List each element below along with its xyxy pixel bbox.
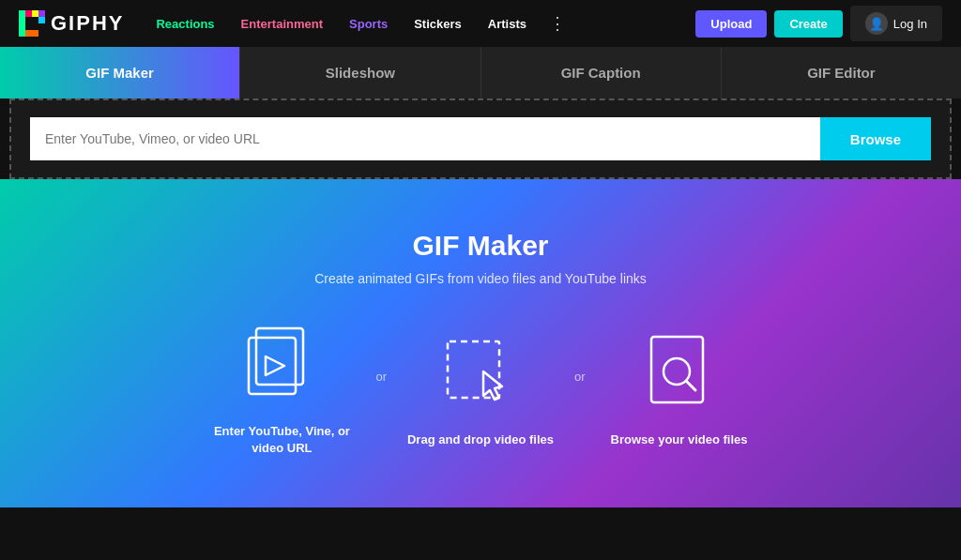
url-input-wrap	[30, 117, 820, 160]
user-icon: 👤	[865, 12, 888, 35]
logo[interactable]: GIPHY	[19, 10, 124, 37]
tab-gif-caption[interactable]: GIF Caption	[481, 47, 722, 98]
tab-gif-maker[interactable]: GIF Maker	[0, 47, 240, 98]
feature-drag-label: Drag and drop video files	[407, 431, 554, 448]
svg-rect-3	[38, 10, 45, 17]
svg-rect-1	[25, 10, 32, 17]
nav-item-entertainment[interactable]: Entertainment	[228, 17, 336, 31]
drag-icon	[438, 332, 523, 416]
url-input[interactable]	[30, 117, 820, 160]
tab-gif-editor[interactable]: GIF Editor	[722, 47, 961, 98]
svg-rect-9	[448, 341, 499, 398]
main-title: GIF Maker	[412, 230, 548, 262]
or-label-2: or	[574, 370, 586, 412]
main-content: GIF Maker Create animated GIFs from vide…	[0, 179, 961, 507]
upload-button[interactable]: Upload	[695, 10, 767, 38]
logo-text: GIPHY	[51, 11, 124, 36]
nav-more-icon[interactable]: ⋮	[540, 13, 575, 34]
feature-drag-drop: Drag and drop video files	[405, 332, 556, 448]
nav-item-stickers[interactable]: Stickers	[401, 17, 475, 31]
nav-item-reactions[interactable]: Reactions	[143, 17, 227, 31]
nav-right: Upload Create 👤 Log In	[695, 6, 942, 41]
svg-rect-11	[651, 337, 703, 402]
create-button[interactable]: Create	[774, 10, 842, 38]
browse-icon	[637, 332, 722, 416]
url-input-area: Browse	[9, 98, 952, 179]
tabs-area: GIF Maker Slideshow GIF Caption GIF Edit…	[0, 47, 961, 98]
nav-links: Reactions Entertainment Sports Stickers …	[143, 13, 695, 34]
svg-rect-5	[25, 30, 38, 37]
nav-item-artists[interactable]: Artists	[475, 17, 540, 31]
feature-browse: Browse your video files	[604, 332, 755, 448]
feature-browse-label: Browse your video files	[611, 431, 748, 448]
svg-line-13	[686, 381, 695, 390]
svg-marker-8	[266, 356, 284, 375]
login-label: Log In	[893, 17, 927, 31]
video-icon	[239, 324, 324, 408]
tab-slideshow[interactable]: Slideshow	[240, 47, 480, 98]
svg-rect-4	[38, 17, 45, 23]
svg-rect-0	[19, 10, 25, 37]
svg-rect-2	[32, 10, 38, 17]
login-button[interactable]: 👤 Log In	[850, 6, 942, 41]
feature-video-url: Enter YouTube, Vine, or video URL	[206, 324, 357, 457]
navbar: GIPHY Reactions Entertainment Sports Sti…	[0, 0, 961, 47]
feature-video-label: Enter YouTube, Vine, or video URL	[206, 423, 357, 457]
or-label-1: or	[375, 370, 387, 412]
features-row: Enter YouTube, Vine, or video URL or Dra…	[206, 324, 754, 457]
browse-button[interactable]: Browse	[820, 117, 931, 160]
main-subtitle: Create animated GIFs from video files an…	[314, 271, 647, 286]
nav-item-sports[interactable]: Sports	[336, 17, 401, 31]
